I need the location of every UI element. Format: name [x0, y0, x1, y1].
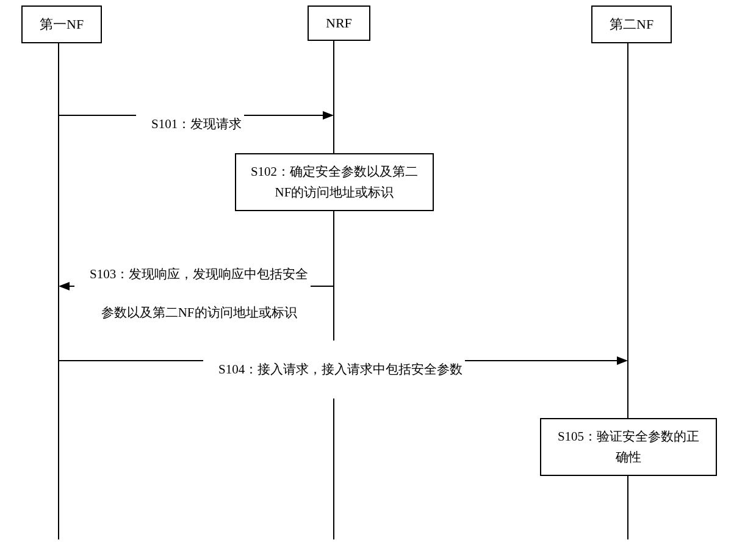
proc-text: S105：验证安全参数的正确性 — [552, 427, 705, 467]
label-s103: S103：发现响应，发现响应中包括安全 参数以及第二NF的访问地址或标识 — [74, 245, 311, 342]
participant-second-nf: 第二NF — [591, 5, 672, 43]
proc-text-line2: NF的访问地址或标识 — [275, 185, 394, 200]
label-s101: S101：发现请求 — [136, 95, 244, 153]
participant-first-nf: 第一NF — [21, 5, 102, 43]
participant-label: 第二NF — [610, 15, 653, 34]
label-text-line1: S103：发现响应，发现响应中包括安全 — [90, 267, 308, 281]
sequence-diagram: 第一NF NRF 第二NF S101：发现请求 S102：确定安全参数以及第二 … — [0, 0, 756, 548]
label-text: S101：发现请求 — [151, 117, 242, 131]
label-text: S104：接入请求，接入请求中包括安全参数 — [218, 362, 463, 377]
label-text-line2: 参数以及第二NF的访问地址或标识 — [101, 305, 297, 320]
arrow-head-s101 — [323, 111, 334, 120]
proc-text-line1: S102：确定安全参数以及第二 — [251, 164, 418, 179]
label-s104: S104：接入请求，接入请求中包括安全参数 — [203, 341, 465, 398]
participant-label: 第一NF — [40, 15, 84, 34]
arrow-head-s104 — [617, 356, 628, 365]
process-s105: S105：验证安全参数的正确性 — [540, 418, 717, 476]
arrow-head-s103 — [59, 282, 70, 290]
participant-nrf: NRF — [308, 5, 370, 41]
participant-label: NRF — [326, 15, 352, 31]
process-s102: S102：确定安全参数以及第二 NF的访问地址或标识 — [235, 153, 434, 211]
